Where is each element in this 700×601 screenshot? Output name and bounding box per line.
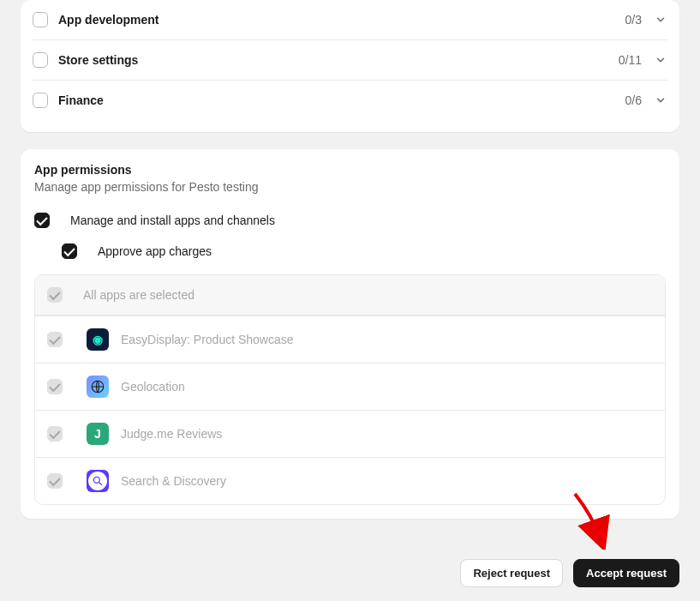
app-icon-geolocation bbox=[87, 376, 109, 398]
checkbox[interactable] bbox=[34, 213, 50, 228]
checkbox-disabled bbox=[47, 332, 63, 347]
permission-approve-charges[interactable]: Approve app charges bbox=[34, 238, 666, 264]
accordion-row-store-settings[interactable]: Store settings 0/11 bbox=[33, 39, 667, 80]
accordion-row-finance[interactable]: Finance 0/6 bbox=[33, 80, 667, 120]
svg-point-1 bbox=[93, 477, 99, 483]
accordion-count: 0/3 bbox=[625, 13, 642, 27]
checkbox[interactable] bbox=[33, 52, 48, 68]
accordion-label: Store settings bbox=[58, 53, 619, 67]
section-subtitle: Manage app permissions for Pesto testing bbox=[34, 180, 666, 194]
chevron-down-icon[interactable] bbox=[654, 13, 667, 27]
app-name: Geolocation bbox=[121, 380, 185, 394]
accordion-label: Finance bbox=[58, 93, 625, 107]
checkbox[interactable] bbox=[33, 12, 48, 27]
all-apps-label: All apps are selected bbox=[83, 288, 194, 302]
app-item-judgeme: J Judge.me Reviews bbox=[35, 410, 665, 457]
accordion-label: App development bbox=[58, 13, 625, 27]
checkbox[interactable] bbox=[33, 93, 48, 108]
app-item-geolocation: Geolocation bbox=[35, 363, 665, 410]
app-list: All apps are selected ◉ EasyDisplay: Pro… bbox=[34, 274, 666, 505]
accordion-row-app-development[interactable]: App development 0/3 bbox=[33, 0, 667, 39]
chevron-down-icon[interactable] bbox=[654, 93, 667, 107]
app-icon-easydisplay: ◉ bbox=[87, 328, 109, 351]
settings-accordion-card: App development 0/3 Store settings 0/11 … bbox=[21, 0, 679, 132]
checkbox-disabled bbox=[47, 287, 63, 303]
app-list-header: All apps are selected bbox=[35, 275, 665, 316]
chevron-down-icon[interactable] bbox=[654, 53, 667, 67]
accept-request-button[interactable]: Accept request bbox=[573, 559, 679, 587]
app-permissions-card: App permissions Manage app permissions f… bbox=[21, 149, 679, 519]
action-buttons: Reject request Accept request bbox=[460, 559, 679, 587]
app-item-easydisplay: ◉ EasyDisplay: Product Showcase bbox=[35, 316, 665, 363]
permission-manage-apps[interactable]: Manage and install apps and channels bbox=[34, 207, 666, 233]
app-name: Judge.me Reviews bbox=[121, 427, 222, 441]
app-icon-search bbox=[87, 470, 109, 492]
permission-label: Approve app charges bbox=[98, 244, 212, 258]
checkbox[interactable] bbox=[62, 243, 77, 259]
section-title: App permissions bbox=[34, 163, 666, 177]
app-name: Search & Discovery bbox=[121, 474, 226, 488]
app-item-search: Search & Discovery bbox=[35, 457, 665, 504]
app-icon-judgeme: J bbox=[87, 423, 109, 445]
accordion-count: 0/11 bbox=[619, 53, 642, 67]
reject-request-button[interactable]: Reject request bbox=[460, 559, 563, 587]
accordion-count: 0/6 bbox=[625, 93, 642, 107]
app-name: EasyDisplay: Product Showcase bbox=[121, 333, 294, 346]
permission-label: Manage and install apps and channels bbox=[70, 213, 275, 227]
checkbox-disabled bbox=[47, 379, 63, 394]
checkbox-disabled bbox=[47, 426, 63, 442]
checkbox-disabled bbox=[47, 473, 63, 489]
